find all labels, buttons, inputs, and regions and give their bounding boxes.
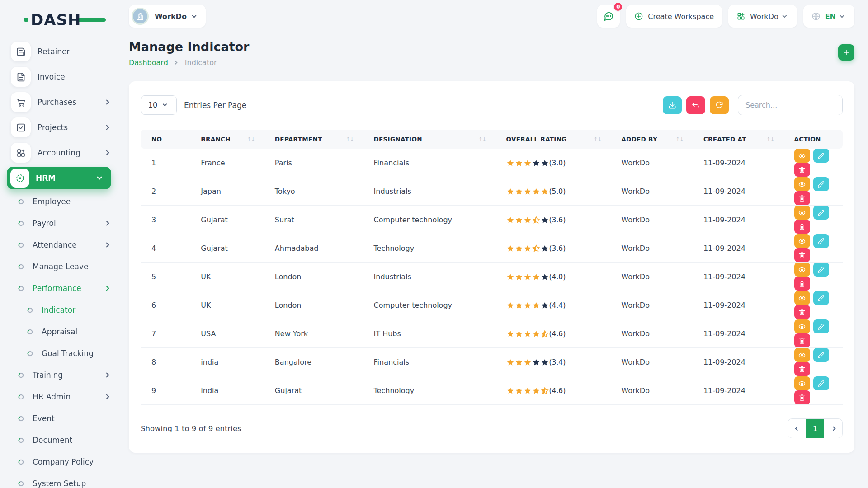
- grid-plus-icon: [11, 143, 31, 163]
- sidebar-item-performance[interactable]: Performance: [0, 277, 118, 299]
- create-workspace-button[interactable]: Create Workspace: [626, 5, 722, 28]
- cell-branch: india: [190, 348, 264, 376]
- sidebar-item-payroll[interactable]: Payroll: [0, 212, 118, 234]
- cell-branch: india: [190, 376, 264, 405]
- sort-icon[interactable]: ↑↓: [676, 136, 684, 142]
- edit-button[interactable]: [813, 376, 829, 390]
- entries-per-page-select[interactable]: 10: [141, 95, 177, 115]
- view-button[interactable]: [794, 149, 810, 163]
- view-button[interactable]: [794, 348, 810, 362]
- column-header-created-at[interactable]: CREATED AT↑↓: [693, 130, 783, 149]
- sort-icon[interactable]: ↑↓: [766, 136, 774, 142]
- view-button[interactable]: [794, 177, 810, 191]
- create-indicator-button[interactable]: [838, 44, 854, 61]
- workspace-switcher[interactable]: WorkDo: [129, 5, 206, 28]
- view-button[interactable]: [794, 376, 810, 390]
- chevron-down-icon: [192, 13, 196, 18]
- delete-button[interactable]: [794, 390, 810, 404]
- search-input[interactable]: [738, 95, 843, 115]
- table-row: 1FranceParisFinancials(3.0)WorkDo11-09-2…: [141, 149, 843, 177]
- sidebar-item-training[interactable]: Training: [0, 364, 118, 386]
- delete-button[interactable]: [794, 305, 810, 319]
- reset-button[interactable]: [686, 96, 705, 114]
- column-header-branch[interactable]: BRANCH↑↓: [190, 130, 264, 149]
- star-full-icon: [524, 159, 532, 167]
- cell-action: [783, 206, 843, 234]
- view-button[interactable]: [794, 206, 810, 220]
- sidebar-item-label: Document: [33, 436, 111, 445]
- sidebar-item-manage-leave[interactable]: Manage Leave: [0, 256, 118, 277]
- sidebar-item-attendance[interactable]: Attendance: [0, 234, 118, 256]
- chevron-right-icon: [104, 372, 109, 377]
- dash-logo[interactable]: DASH: [31, 11, 90, 29]
- sidebar-item-label: Manage Leave: [33, 262, 111, 271]
- sidebar-item-indicator[interactable]: Indicator: [0, 299, 118, 321]
- chevron-down-icon: [97, 174, 102, 179]
- language-button[interactable]: EN: [803, 5, 854, 28]
- column-header-designation[interactable]: DESIGNATION↑↓: [363, 130, 495, 149]
- next-page-button[interactable]: [824, 419, 842, 438]
- column-header-added-by[interactable]: ADDED BY↑↓: [610, 130, 693, 149]
- app-menu-button[interactable]: WorkDo: [728, 5, 797, 28]
- sidebar-item-retainer[interactable]: Retainer: [0, 39, 118, 64]
- page-title: Manage Indicator: [129, 40, 249, 54]
- sidebar-item-document[interactable]: Document: [0, 429, 118, 451]
- sort-icon[interactable]: ↑↓: [247, 136, 255, 142]
- table-footer: Showing 1 to 9 of 9 entries 1: [141, 418, 843, 438]
- breadcrumb-dashboard-link[interactable]: Dashboard: [129, 58, 168, 67]
- sidebar-item-employee[interactable]: Employee: [0, 191, 118, 212]
- page-head: Manage Indicator Dashboard Indicator: [129, 40, 854, 67]
- delete-button[interactable]: [794, 333, 810, 347]
- delete-button[interactable]: [794, 362, 810, 376]
- sidebar-item-appraisal[interactable]: Appraisal: [0, 321, 118, 343]
- sidebar-item-accounting[interactable]: Accounting: [0, 140, 118, 165]
- edit-button[interactable]: [813, 319, 829, 333]
- messages-button[interactable]: 0: [597, 5, 620, 28]
- sidebar-item-hrm[interactable]: HRM: [7, 167, 111, 189]
- sort-icon[interactable]: ↑↓: [478, 136, 486, 142]
- sidebar-item-goal-tracking[interactable]: Goal Tracking: [0, 343, 118, 364]
- edit-button[interactable]: [813, 149, 829, 163]
- view-button[interactable]: [794, 234, 810, 248]
- star-full-icon: [506, 159, 514, 167]
- sidebar-item-invoice[interactable]: Invoice: [0, 64, 118, 89]
- sort-icon[interactable]: ↑↓: [594, 136, 601, 142]
- sort-icon[interactable]: ↑↓: [346, 136, 354, 142]
- refresh-button[interactable]: [710, 96, 729, 114]
- sidebar-item-hr-admin[interactable]: HR Admin: [0, 386, 118, 408]
- cell-designation: Technology: [363, 234, 495, 263]
- edit-button[interactable]: [813, 263, 829, 277]
- edit-button[interactable]: [813, 234, 829, 248]
- export-button[interactable]: [663, 96, 682, 114]
- invoice-icon: [11, 67, 31, 87]
- edit-button[interactable]: [813, 348, 829, 362]
- sidebar-item-company-policy[interactable]: Company Policy: [0, 451, 118, 473]
- delete-button[interactable]: [794, 277, 810, 291]
- breadcrumb: Dashboard Indicator: [129, 58, 249, 67]
- delete-button[interactable]: [794, 163, 810, 177]
- view-button[interactable]: [794, 263, 810, 277]
- edit-button[interactable]: [813, 206, 829, 220]
- cell-department: London: [264, 291, 363, 319]
- previous-page-button[interactable]: [788, 419, 806, 438]
- view-button[interactable]: [794, 319, 810, 333]
- cell-designation: Financials: [363, 348, 495, 376]
- column-header-overall-rating[interactable]: OVERALL RATING↑↓: [495, 130, 611, 149]
- delete-button[interactable]: [794, 248, 810, 262]
- edit-button[interactable]: [813, 177, 829, 191]
- delete-button[interactable]: [794, 191, 810, 205]
- sidebar-item-projects[interactable]: Projects: [0, 115, 118, 140]
- edit-button[interactable]: [813, 291, 829, 305]
- sidebar-item-event[interactable]: Event: [0, 408, 118, 429]
- sidebar-item-system-setup[interactable]: System Setup: [0, 473, 118, 488]
- sidebar-item-purchases[interactable]: Purchases: [0, 89, 118, 115]
- star-full-icon: [524, 216, 532, 224]
- cell-action: [783, 376, 843, 405]
- cart-icon: [11, 92, 31, 112]
- view-button[interactable]: [794, 291, 810, 305]
- table-row: 5UKLondonIndustrials(4.0)WorkDo11-09-202…: [141, 263, 843, 291]
- page-number-button[interactable]: 1: [806, 419, 824, 438]
- star-full-icon: [515, 358, 523, 366]
- delete-button[interactable]: [794, 220, 810, 234]
- column-header-department[interactable]: DEPARTMENT↑↓: [264, 130, 363, 149]
